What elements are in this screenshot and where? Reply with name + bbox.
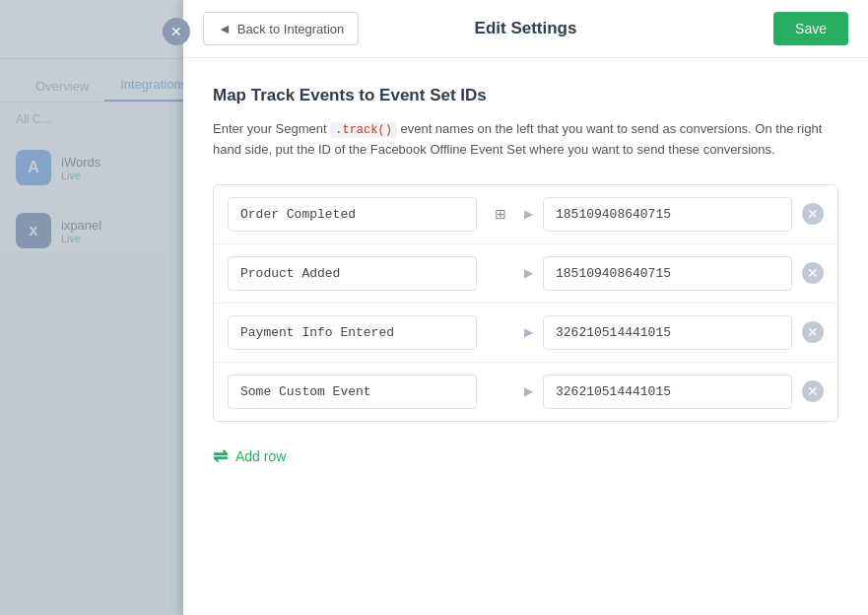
event-id-input-1[interactable]: [543, 197, 792, 232]
modal-header: ◄ Back to Integration Edit Settings Save: [183, 0, 868, 58]
remove-row-button-3[interactable]: ✕: [802, 321, 824, 343]
modal-panel: ◄ Back to Integration Edit Settings Save…: [183, 0, 868, 615]
mapping-row: ⊞ ▶ ✕: [214, 185, 837, 244]
event-id-input-3[interactable]: [543, 315, 792, 350]
remove-row-button-4[interactable]: ✕: [802, 380, 824, 402]
mapping-container: ⊞ ▶ ✕ ⊞ ▶ ✕ ⊞ ▶ ✕: [213, 184, 838, 422]
mapping-row: ⊞ ▶ ✕: [214, 363, 837, 421]
description-text: Enter your Segment .track() event names …: [213, 119, 838, 161]
arrow-icon-1: ▶: [524, 207, 533, 221]
event-name-input-4[interactable]: [228, 375, 477, 409]
modal-title: Edit Settings: [475, 19, 577, 38]
remove-row-button-1[interactable]: ✕: [802, 203, 824, 225]
event-name-input-3[interactable]: [228, 315, 477, 350]
arrow-icon-3: ▶: [524, 325, 533, 339]
modal-body: Map Track Events to Event Set IDs Enter …: [183, 58, 868, 615]
description-code: .track(): [330, 122, 397, 138]
add-row-icon: ⇌: [213, 445, 228, 467]
event-id-input-4[interactable]: [543, 375, 792, 409]
remove-row-button-2[interactable]: ✕: [802, 262, 824, 284]
event-name-input-1[interactable]: [228, 197, 477, 232]
event-id-input-2[interactable]: [543, 256, 792, 291]
copy-icon-1: ⊞: [487, 200, 514, 228]
arrow-icon-2: ▶: [524, 266, 533, 280]
section-title: Map Track Events to Event Set IDs: [213, 86, 838, 105]
mapping-row: ⊞ ▶ ✕: [214, 244, 837, 304]
close-modal-button[interactable]: ✕: [163, 18, 190, 45]
add-row-button[interactable]: ⇌ Add row: [213, 442, 286, 471]
mapping-row: ⊞ ▶ ✕: [214, 304, 837, 363]
add-row-label: Add row: [235, 448, 286, 464]
back-arrow-icon: ◄: [218, 21, 232, 36]
description-part1: Enter your Segment: [213, 121, 330, 136]
event-name-input-2[interactable]: [228, 256, 477, 291]
back-to-integration-button[interactable]: ◄ Back to Integration: [203, 12, 359, 45]
arrow-icon-4: ▶: [524, 384, 533, 398]
save-button[interactable]: Save: [773, 12, 848, 45]
back-button-label: Back to Integration: [237, 22, 344, 36]
